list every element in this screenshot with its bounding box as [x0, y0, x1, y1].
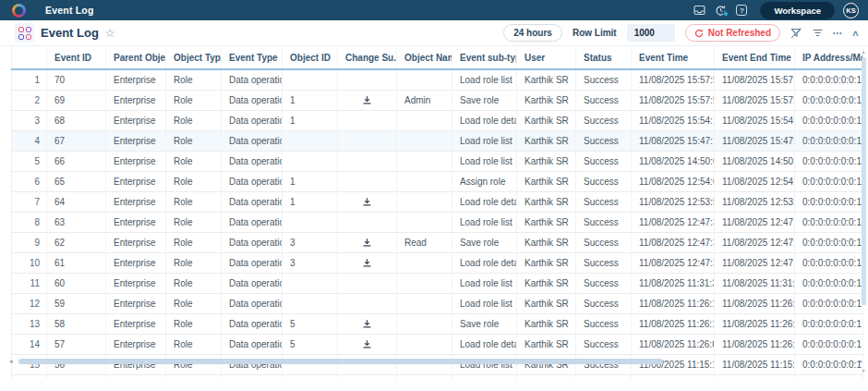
table-row[interactable]: 863EnterpriseRoleData operationLoad role…: [12, 212, 863, 232]
cell-object-name: [397, 293, 452, 313]
col-ip-address[interactable]: IP Address/Machine: [795, 46, 863, 69]
cell-num: 2: [12, 90, 47, 110]
cell-object-name: [397, 171, 452, 191]
cell-object-name: Read: [397, 232, 452, 252]
cell-event-sub-type: Load role detail: [452, 191, 517, 212]
app-logo-icon[interactable]: [12, 4, 26, 18]
cell-event-type: Data operation: [222, 212, 283, 232]
cell-num: 9: [12, 232, 47, 252]
cell-status: Success: [576, 212, 632, 232]
cell-parent-object: Enterprise: [106, 191, 166, 212]
download-icon[interactable]: [362, 318, 372, 328]
cell-ip-address: 0:0:0:0:0:0:0:1: [795, 252, 863, 273]
scroll-down-icon[interactable]: ▾: [860, 367, 867, 373]
inbox-icon[interactable]: [693, 4, 705, 17]
table-row[interactable]: 1160EnterpriseRoleData operationLoad rol…: [12, 273, 863, 293]
refresh-status-button[interactable]: Not Refreshed: [685, 24, 780, 42]
horizontal-scroll-thumb[interactable]: [18, 359, 663, 364]
col-event-time[interactable]: Event Time: [632, 46, 715, 69]
table-row[interactable]: 1259EnterpriseRoleData operationLoad rol…: [12, 293, 863, 313]
cell-user: Karthik SR: [517, 334, 576, 354]
cell-user: Karthik SR: [517, 130, 576, 151]
download-icon[interactable]: [362, 338, 372, 348]
cell-event-type: Data operation: [222, 191, 283, 212]
cell-change-summary: [338, 151, 397, 171]
cell-change-summary: [338, 252, 397, 273]
cell-status: Success: [576, 90, 632, 110]
scroll-left-icon[interactable]: ◂: [9, 358, 17, 365]
cell-ip-address: 0:0:0:0:0:0:0:1: [795, 273, 863, 293]
col-event-end-time[interactable]: Event End Time: [715, 46, 795, 69]
cell-event-sub-type: Save role: [452, 313, 517, 334]
table-row[interactable]: 467EnterpriseRoleData operationLoad role…: [12, 130, 863, 151]
cell-ip-address: 0:0:0:0:0:0:0:1: [795, 293, 863, 313]
row-limit-input[interactable]: [627, 24, 675, 42]
table-row[interactable]: 368EnterpriseRoleData operation1Load rol…: [12, 110, 863, 130]
download-icon[interactable]: [362, 196, 372, 206]
download-icon[interactable]: [362, 237, 372, 247]
filter-off-icon[interactable]: [790, 28, 802, 39]
cell-parent-object: Enterprise: [106, 273, 166, 293]
cell-event-sub-type: Save role: [452, 90, 517, 110]
table-row[interactable]: 269EnterpriseRoleData operation1AdminSav…: [12, 90, 863, 110]
cell-status: Success: [576, 273, 632, 293]
table-row[interactable]: 170EnterpriseRoleData operationLoad role…: [12, 69, 863, 90]
cell-parent-object: Enterprise: [106, 252, 166, 273]
col-status[interactable]: Status: [576, 46, 632, 69]
horizontal-scroll-track[interactable]: [17, 359, 855, 364]
cell-event-sub-type: Load role list: [452, 273, 517, 293]
cell-object-name: [397, 151, 452, 171]
table-row[interactable]: 962EnterpriseRoleData operation3ReadSave…: [12, 232, 863, 252]
col-object-name[interactable]: Object Name: [397, 46, 452, 69]
col-parent-object[interactable]: Parent Obje...: [106, 46, 166, 69]
collapse-icon[interactable]: ∧: [851, 29, 860, 38]
download-icon[interactable]: [362, 257, 372, 267]
cell-status: Success: [576, 69, 632, 90]
cell-status: Success: [576, 334, 632, 354]
scroll-up-icon[interactable]: ▴: [860, 48, 867, 55]
cell-ip-address: 0:0:0:0:0:0:0:1: [795, 130, 863, 151]
table-row[interactable]: 1457EnterpriseRoleData operation5Load ro…: [12, 334, 863, 354]
cell-object-id: 3: [283, 252, 338, 273]
cell-event-type: Data operation: [222, 90, 283, 110]
table-row[interactable]: 764EnterpriseRoleData operation1Load rol…: [12, 191, 863, 212]
col-event-id[interactable]: Event ID: [47, 46, 106, 69]
cell-event-time: 11/08/2025 12:53:53: [632, 191, 715, 212]
cell-ip-address: 0:0:0:0:0:0:0:1: [795, 212, 863, 232]
favorite-star-icon[interactable]: ☆: [105, 27, 115, 40]
cell-change-summary: [338, 69, 397, 90]
col-object-id[interactable]: Object ID: [283, 46, 338, 69]
download-icon[interactable]: [362, 94, 372, 104]
time-range-button[interactable]: 24 hours: [503, 24, 562, 42]
cell-object-type: Role: [166, 69, 222, 90]
more-options-icon[interactable]: •••: [833, 30, 842, 36]
table-row[interactable]: 1358EnterpriseRoleData operation5Save ro…: [12, 313, 863, 334]
user-avatar[interactable]: KS: [843, 3, 859, 18]
cell-event-time: 11/08/2025 14:50:07: [632, 151, 715, 171]
cell-num: 3: [12, 110, 47, 130]
col-object-type[interactable]: Object Type: [166, 46, 222, 69]
notification-badge: [723, 11, 729, 17]
table-row[interactable]: 566EnterpriseRoleData operationLoad role…: [12, 151, 863, 171]
cell-status: Success: [576, 232, 632, 252]
help-icon[interactable]: ?: [735, 4, 748, 17]
cell-event-end-time: 11/08/2025 15:57:56: [715, 69, 795, 90]
cell-event-end-time: 11/08/2025 12:47:39: [715, 212, 795, 232]
cell-event-id: 67: [47, 130, 106, 151]
table-row[interactable]: 665EnterpriseRoleData operation1Assign r…: [12, 171, 863, 191]
history-icon[interactable]: [714, 4, 727, 17]
workspace-button[interactable]: Workspace: [760, 2, 835, 19]
cell-user: Karthik SR: [517, 151, 576, 171]
cell-event-time: 11/08/2025 12:47:39: [632, 212, 715, 232]
cell-object-id: [283, 273, 338, 293]
col-event-type[interactable]: Event Type: [222, 46, 283, 69]
col-change-summary[interactable]: Change Su...: [338, 46, 397, 69]
cell-object-id: [283, 69, 338, 90]
col-event-sub-type[interactable]: Event sub-type: [452, 46, 517, 69]
cell-object-type: Role: [166, 293, 222, 313]
vertical-scroll-thumb[interactable]: [862, 57, 866, 305]
sort-lines-icon[interactable]: [813, 29, 823, 37]
col-user[interactable]: User: [517, 46, 576, 69]
table-row[interactable]: 1061EnterpriseRoleData operation3Load ro…: [12, 252, 863, 273]
cell-num: 6: [12, 171, 47, 191]
